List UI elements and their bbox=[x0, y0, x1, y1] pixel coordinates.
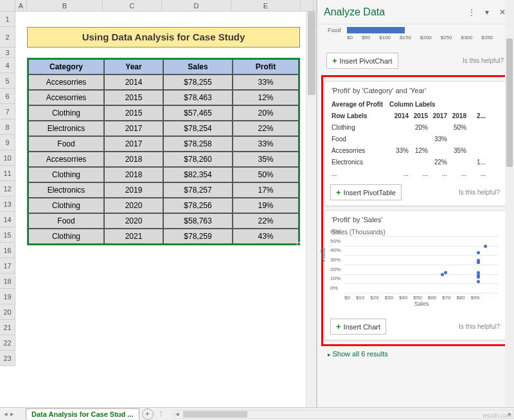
row-23[interactable]: 23 bbox=[0, 351, 15, 366]
scroll-left-icon[interactable]: ◂ bbox=[175, 410, 179, 418]
scatter-plot-area: 0%10%20%30%40%50%60% bbox=[344, 237, 499, 293]
watermark: wsxdn.com bbox=[483, 412, 511, 419]
pivot-suggestion-card: 'Profit' by 'Category' and 'Year' Averag… bbox=[324, 81, 506, 206]
tab-prev-icon[interactable]: ◂ bbox=[4, 410, 8, 418]
row-6[interactable]: 6 bbox=[0, 89, 15, 104]
spreadsheet-area: A B C D E 123456789101112131415161718192… bbox=[0, 0, 317, 407]
scatter-ylabel: Profit bbox=[320, 248, 326, 261]
row-4[interactable]: 4 bbox=[0, 58, 15, 73]
row-14[interactable]: 14 bbox=[0, 212, 15, 227]
scatter-xlabel: Sales bbox=[344, 301, 499, 307]
table-row[interactable]: Electronics2019$78,25717% bbox=[28, 182, 299, 198]
selection-fill-handle[interactable] bbox=[297, 242, 301, 246]
table-header[interactable]: Category bbox=[28, 59, 104, 74]
pivot-card-title: 'Profit' by 'Category' and 'Year' bbox=[325, 82, 505, 97]
insert-pivotchart-button[interactable]: +Insert PivotChart bbox=[326, 53, 398, 69]
row-1[interactable]: 1 bbox=[0, 12, 15, 27]
pivot-row: Accesorries33%12%35% bbox=[332, 144, 499, 156]
pane-title: Analyze Data bbox=[324, 6, 461, 18]
scatter-xaxis: $0$10$20$30$40$50$60$70$80$90 bbox=[344, 295, 499, 301]
row-21[interactable]: 21 bbox=[0, 320, 15, 335]
helpful-link[interactable]: Is this helpful? bbox=[459, 189, 500, 196]
row-20[interactable]: 20 bbox=[0, 304, 15, 320]
table-row[interactable]: Clothing2020$78,25619% bbox=[28, 198, 299, 213]
row-18[interactable]: 18 bbox=[0, 274, 15, 289]
col-C[interactable]: C bbox=[103, 0, 162, 11]
pane-minimize-icon[interactable]: ▾ bbox=[482, 7, 492, 17]
analyze-data-pane: Analyze Data ⋮ ▾ ✕ Food $0$50$100$150$20… bbox=[317, 0, 514, 407]
row-2[interactable]: 2 bbox=[0, 27, 15, 48]
scroll-thumb[interactable] bbox=[308, 12, 315, 95]
table-row[interactable]: Food2020$58,76322% bbox=[28, 213, 299, 229]
table-header[interactable]: Sales bbox=[163, 59, 233, 74]
row-17[interactable]: 17 bbox=[0, 258, 15, 274]
mini-bar-axis: $0$50$100$150$200$250$300$350 bbox=[347, 35, 502, 40]
pivot-preview: Average of ProfitColumn LabelsRow Labels… bbox=[325, 97, 505, 182]
pivot-row: Clothing20%50% bbox=[332, 121, 499, 133]
show-all-results-link[interactable]: Show all 6 results bbox=[321, 346, 509, 362]
row-12[interactable]: 12 bbox=[0, 181, 15, 197]
mini-bar bbox=[347, 27, 405, 33]
table-header[interactable]: Profit bbox=[233, 59, 299, 74]
horizontal-scrollbar[interactable]: ◂▸ bbox=[173, 410, 514, 419]
row-10[interactable]: 10 bbox=[0, 150, 15, 166]
column-headers: A B C D E bbox=[0, 0, 316, 12]
row-3[interactable]: 3 bbox=[0, 48, 15, 58]
tab-nav-arrows[interactable]: ◂▸ bbox=[0, 410, 26, 418]
table-row[interactable]: Clothing2018$82,35450% bbox=[28, 167, 299, 182]
sheet-tabs-bar: ◂▸ Data Analysis for Case Stud ... + ⋮ ◂… bbox=[0, 407, 514, 420]
select-all-corner[interactable] bbox=[0, 0, 15, 11]
col-D[interactable]: D bbox=[162, 0, 231, 11]
table-row[interactable]: Electronics2017$78,25422% bbox=[28, 121, 299, 136]
scatter-point bbox=[477, 259, 480, 262]
add-sheet-button[interactable]: + bbox=[142, 408, 154, 420]
title-merged-cell[interactable]: Using Data Analysis for Case Study bbox=[27, 27, 300, 48]
row-headers: 1234567891011121314151617181920212223 bbox=[0, 12, 15, 366]
scatter-point bbox=[477, 251, 480, 254]
insert-pivottable-button[interactable]: +Insert PivotTable bbox=[330, 184, 402, 200]
table-header[interactable]: Year bbox=[104, 59, 163, 74]
scroll-thumb[interactable] bbox=[183, 411, 247, 417]
col-A[interactable]: A bbox=[15, 0, 27, 11]
scatter-preview: Sales (Thousands) Profit 0%10%20%30%40%5… bbox=[325, 226, 505, 316]
row-22[interactable]: 22 bbox=[0, 335, 15, 351]
col-B[interactable]: B bbox=[27, 0, 103, 11]
row-15[interactable]: 15 bbox=[0, 227, 15, 243]
tab-separator: ⋮ bbox=[154, 410, 168, 418]
tab-next-icon[interactable]: ▸ bbox=[10, 410, 14, 418]
row-13[interactable]: 13 bbox=[0, 197, 15, 212]
scatter-point bbox=[441, 273, 444, 276]
table-row[interactable]: Accesorries2015$78,46312% bbox=[28, 90, 299, 105]
pivot-row: Food33% bbox=[332, 133, 499, 144]
plus-icon: + bbox=[336, 322, 341, 331]
helpful-link[interactable]: Is this helpful? bbox=[463, 57, 504, 64]
pane-vertical-scrollbar[interactable] bbox=[505, 0, 514, 407]
plus-icon: + bbox=[336, 188, 341, 197]
data-table-selection[interactable]: CategoryYearSalesProfit Accesorries2014$… bbox=[27, 58, 300, 245]
pivot-row: .................. bbox=[332, 168, 499, 179]
pane-settings-icon[interactable]: ⋮ bbox=[466, 7, 477, 17]
active-sheet-tab[interactable]: Data Analysis for Case Stud ... bbox=[26, 408, 139, 419]
plus-icon: + bbox=[332, 56, 337, 66]
table-row[interactable]: Food2017$78,25833% bbox=[28, 136, 299, 152]
helpful-link[interactable]: Is this helpful? bbox=[459, 323, 500, 330]
sheet-vertical-scrollbar[interactable] bbox=[306, 12, 316, 407]
row-8[interactable]: 8 bbox=[0, 119, 15, 135]
table-row[interactable]: Clothing2021$78,25943% bbox=[28, 229, 299, 244]
table-row[interactable]: Accesorries2018$78,26035% bbox=[28, 152, 299, 167]
col-next[interactable] bbox=[301, 0, 314, 11]
row-5[interactable]: 5 bbox=[0, 73, 15, 89]
row-19[interactable]: 19 bbox=[0, 289, 15, 304]
row-7[interactable]: 7 bbox=[0, 104, 15, 119]
row-9[interactable]: 9 bbox=[0, 135, 15, 150]
table-row[interactable]: Clothing2015$57,46520% bbox=[28, 105, 299, 121]
col-E[interactable]: E bbox=[231, 0, 301, 11]
scatter-suggestion-card: 'Profit' by 'Sales' Sales (Thousands) Pr… bbox=[324, 210, 506, 340]
table-row[interactable]: Accesorries2014$78,25533% bbox=[28, 74, 299, 90]
insert-chart-button[interactable]: +Insert Chart bbox=[330, 319, 386, 335]
cells-area[interactable]: Using Data Analysis for Case Study Categ… bbox=[15, 12, 316, 366]
row-16[interactable]: 16 bbox=[0, 243, 15, 258]
highlighted-suggestions: 'Profit' by 'Category' and 'Year' Averag… bbox=[321, 75, 509, 346]
scroll-thumb[interactable] bbox=[506, 39, 513, 167]
row-11[interactable]: 11 bbox=[0, 166, 15, 181]
